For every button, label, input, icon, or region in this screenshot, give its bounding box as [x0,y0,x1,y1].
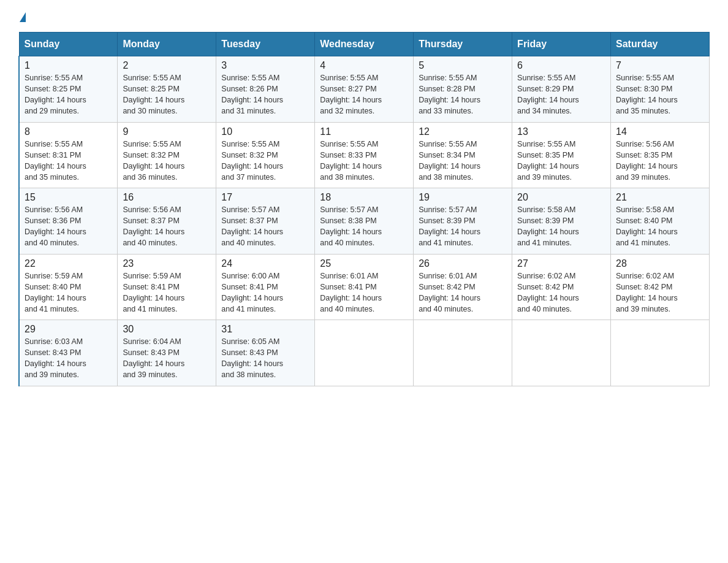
day-number: 14 [616,126,704,137]
day-number: 22 [25,258,112,269]
day-info: Sunrise: 5:56 AMSunset: 8:37 PMDaylight:… [123,204,211,249]
day-info: Sunrise: 5:55 AMSunset: 8:27 PMDaylight:… [320,72,408,117]
day-info: Sunrise: 5:58 AMSunset: 8:40 PMDaylight:… [616,204,704,249]
day-info: Sunrise: 6:00 AMSunset: 8:41 PMDaylight:… [221,270,309,315]
day-info: Sunrise: 5:55 AMSunset: 8:35 PMDaylight:… [517,139,605,183]
calendar-cell [512,320,611,386]
day-number: 12 [419,126,507,137]
header-sunday: Sunday [19,33,118,56]
calendar-cell: 31Sunrise: 6:05 AMSunset: 8:43 PMDayligh… [216,320,315,386]
header-wednesday: Wednesday [315,33,414,56]
calendar-cell: 20Sunrise: 5:58 AMSunset: 8:39 PMDayligh… [512,188,611,255]
calendar-cell: 9Sunrise: 5:55 AMSunset: 8:32 PMDaylight… [118,122,216,188]
header-friday: Friday [512,33,611,56]
calendar-cell: 22Sunrise: 5:59 AMSunset: 8:40 PMDayligh… [19,254,118,320]
day-info: Sunrise: 6:01 AMSunset: 8:41 PMDaylight:… [320,270,408,315]
day-info: Sunrise: 5:55 AMSunset: 8:34 PMDaylight:… [419,139,507,183]
day-number: 29 [25,324,112,335]
calendar-cell: 6Sunrise: 5:55 AMSunset: 8:29 PMDaylight… [512,56,611,123]
day-number: 7 [616,60,704,71]
calendar-week-row: 15Sunrise: 5:56 AMSunset: 8:36 PMDayligh… [19,188,710,255]
day-number: 5 [419,60,507,71]
day-number: 9 [123,126,211,137]
calendar-cell: 13Sunrise: 5:55 AMSunset: 8:35 PMDayligh… [512,122,611,188]
day-info: Sunrise: 5:55 AMSunset: 8:28 PMDaylight:… [419,72,507,117]
day-number: 8 [25,126,112,137]
calendar-week-row: 8Sunrise: 5:55 AMSunset: 8:31 PMDaylight… [19,122,710,188]
header-monday: Monday [118,33,216,56]
calendar-header-row: SundayMondayTuesdayWednesdayThursdayFrid… [19,33,710,56]
day-info: Sunrise: 5:56 AMSunset: 8:35 PMDaylight:… [616,139,704,183]
calendar-cell: 18Sunrise: 5:57 AMSunset: 8:38 PMDayligh… [315,188,414,255]
calendar-cell: 4Sunrise: 5:55 AMSunset: 8:27 PMDaylight… [315,56,414,123]
day-info: Sunrise: 6:05 AMSunset: 8:43 PMDaylight:… [221,336,309,381]
calendar-cell [414,320,512,386]
calendar-cell [611,320,710,386]
day-info: Sunrise: 5:55 AMSunset: 8:32 PMDaylight:… [123,139,211,183]
calendar-cell: 28Sunrise: 6:02 AMSunset: 8:42 PMDayligh… [611,254,710,320]
day-number: 10 [221,126,309,137]
day-info: Sunrise: 6:03 AMSunset: 8:43 PMDaylight:… [25,336,112,381]
day-info: Sunrise: 5:55 AMSunset: 8:31 PMDaylight:… [25,139,112,183]
calendar-cell: 1Sunrise: 5:55 AMSunset: 8:25 PMDaylight… [19,56,118,123]
day-info: Sunrise: 5:57 AMSunset: 8:38 PMDaylight:… [320,204,408,249]
calendar-cell: 15Sunrise: 5:56 AMSunset: 8:36 PMDayligh… [19,188,118,255]
calendar-week-row: 29Sunrise: 6:03 AMSunset: 8:43 PMDayligh… [19,320,710,386]
day-number: 1 [25,60,112,71]
day-number: 18 [320,192,408,203]
day-info: Sunrise: 5:57 AMSunset: 8:39 PMDaylight:… [419,204,507,249]
calendar-cell: 12Sunrise: 5:55 AMSunset: 8:34 PMDayligh… [414,122,512,188]
day-number: 17 [221,192,309,203]
day-number: 28 [616,258,704,269]
calendar-cell: 14Sunrise: 5:56 AMSunset: 8:35 PMDayligh… [611,122,710,188]
day-info: Sunrise: 5:55 AMSunset: 8:29 PMDaylight:… [517,72,605,117]
day-number: 13 [517,126,605,137]
day-number: 20 [517,192,605,203]
calendar-cell: 25Sunrise: 6:01 AMSunset: 8:41 PMDayligh… [315,254,414,320]
page-header [18,12,710,22]
day-number: 24 [221,258,309,269]
day-info: Sunrise: 5:55 AMSunset: 8:30 PMDaylight:… [616,72,704,117]
calendar-cell: 29Sunrise: 6:03 AMSunset: 8:43 PMDayligh… [19,320,118,386]
calendar-cell: 7Sunrise: 5:55 AMSunset: 8:30 PMDaylight… [611,56,710,123]
day-number: 26 [419,258,507,269]
calendar-table: SundayMondayTuesdayWednesdayThursdayFrid… [18,32,710,386]
day-info: Sunrise: 6:02 AMSunset: 8:42 PMDaylight:… [517,270,605,315]
logo-triangle-icon [20,12,26,22]
calendar-week-row: 22Sunrise: 5:59 AMSunset: 8:40 PMDayligh… [19,254,710,320]
day-number: 25 [320,258,408,269]
day-info: Sunrise: 6:01 AMSunset: 8:42 PMDaylight:… [419,270,507,315]
day-number: 3 [221,60,309,71]
day-info: Sunrise: 5:57 AMSunset: 8:37 PMDaylight:… [221,204,309,249]
day-info: Sunrise: 5:59 AMSunset: 8:41 PMDaylight:… [123,270,211,315]
calendar-cell: 24Sunrise: 6:00 AMSunset: 8:41 PMDayligh… [216,254,315,320]
day-number: 31 [221,324,309,335]
day-info: Sunrise: 5:55 AMSunset: 8:25 PMDaylight:… [25,72,112,117]
calendar-cell: 8Sunrise: 5:55 AMSunset: 8:31 PMDaylight… [19,122,118,188]
calendar-week-row: 1Sunrise: 5:55 AMSunset: 8:25 PMDaylight… [19,56,710,123]
calendar-cell: 11Sunrise: 5:55 AMSunset: 8:33 PMDayligh… [315,122,414,188]
calendar-cell: 17Sunrise: 5:57 AMSunset: 8:37 PMDayligh… [216,188,315,255]
day-number: 21 [616,192,704,203]
day-info: Sunrise: 5:55 AMSunset: 8:32 PMDaylight:… [221,139,309,183]
calendar-cell: 3Sunrise: 5:55 AMSunset: 8:26 PMDaylight… [216,56,315,123]
day-number: 27 [517,258,605,269]
day-number: 15 [25,192,112,203]
calendar-cell [315,320,414,386]
day-info: Sunrise: 5:59 AMSunset: 8:40 PMDaylight:… [25,270,112,315]
day-number: 19 [419,192,507,203]
calendar-cell: 16Sunrise: 5:56 AMSunset: 8:37 PMDayligh… [118,188,216,255]
calendar-cell: 30Sunrise: 6:04 AMSunset: 8:43 PMDayligh… [118,320,216,386]
day-number: 16 [123,192,211,203]
calendar-cell: 5Sunrise: 5:55 AMSunset: 8:28 PMDaylight… [414,56,512,123]
header-saturday: Saturday [611,33,710,56]
day-info: Sunrise: 5:58 AMSunset: 8:39 PMDaylight:… [517,204,605,249]
calendar-cell: 10Sunrise: 5:55 AMSunset: 8:32 PMDayligh… [216,122,315,188]
calendar-cell: 19Sunrise: 5:57 AMSunset: 8:39 PMDayligh… [414,188,512,255]
header-thursday: Thursday [414,33,512,56]
day-number: 30 [123,324,211,335]
day-number: 4 [320,60,408,71]
header-tuesday: Tuesday [216,33,315,56]
day-number: 2 [123,60,211,71]
day-info: Sunrise: 6:02 AMSunset: 8:42 PMDaylight:… [616,270,704,315]
